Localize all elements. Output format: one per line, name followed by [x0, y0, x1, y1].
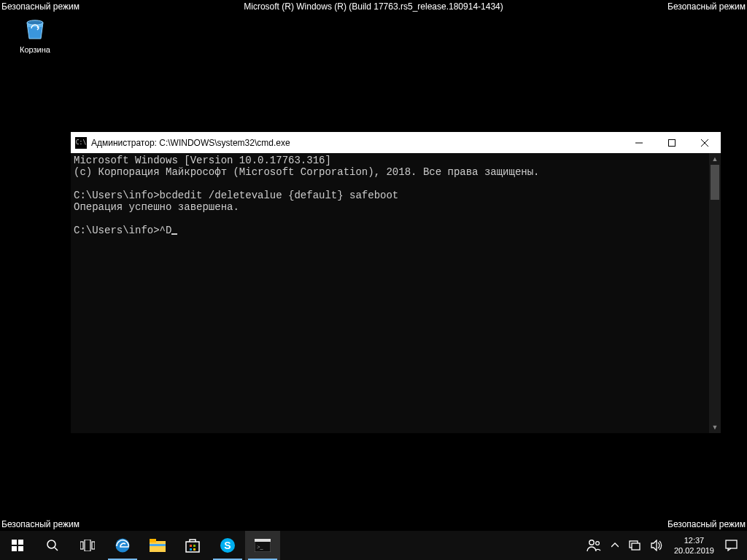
svg-rect-26 — [255, 539, 271, 542]
safemode-label-bottom-left: Безопасный режим — [1, 519, 80, 529]
text-cursor — [171, 233, 177, 235]
svg-rect-32 — [726, 540, 737, 548]
svg-rect-16 — [150, 539, 156, 542]
scrollbar[interactable]: ▲ ▼ — [709, 153, 721, 433]
system-tray: 12:37 20.02.2019 — [581, 531, 747, 560]
svg-rect-20 — [193, 545, 196, 547]
terminal-line: (c) Корпорация Майкрософт (Microsoft Cor… — [74, 166, 540, 178]
people-button[interactable] — [581, 531, 606, 560]
safemode-label-top-right: Безопасный режим — [667, 1, 746, 12]
svg-rect-13 — [92, 542, 95, 549]
clock-time: 12:37 — [684, 535, 705, 545]
store-taskbar-button[interactable] — [175, 531, 210, 560]
search-button[interactable] — [35, 531, 70, 560]
svg-text:S: S — [224, 540, 231, 551]
safemode-label-top-left: Безопасный режим — [1, 1, 80, 12]
cmd-window[interactable]: C:\ Администратор: C:\WINDOWS\system32\c… — [71, 132, 721, 433]
volume-icon[interactable] — [646, 531, 668, 560]
terminal-line: Операция успешно завершена. — [74, 201, 239, 213]
svg-rect-17 — [150, 544, 166, 546]
svg-rect-6 — [18, 540, 23, 545]
clock-date: 20.02.2019 — [674, 545, 714, 556]
svg-rect-5 — [12, 540, 17, 545]
safemode-label-bottom-right: Безопасный режим — [667, 519, 746, 529]
svg-point-9 — [47, 540, 55, 548]
maximize-button[interactable] — [655, 132, 688, 153]
svg-point-29 — [596, 542, 600, 545]
recycle-bin[interactable]: Корзина — [12, 13, 58, 54]
action-center-button[interactable] — [720, 531, 743, 560]
svg-point-0 — [27, 20, 43, 25]
minimize-button[interactable] — [622, 132, 655, 153]
svg-rect-2 — [668, 139, 675, 146]
taskbar-spacer — [280, 531, 581, 560]
scrollbar-thumb[interactable] — [711, 165, 719, 200]
titlebar[interactable]: C:\ Администратор: C:\WINDOWS\system32\c… — [71, 132, 721, 153]
file-explorer-taskbar-button[interactable] — [140, 531, 175, 560]
svg-rect-19 — [190, 545, 192, 547]
svg-line-10 — [55, 548, 58, 551]
cmd-icon: C:\ — [75, 137, 87, 149]
close-button[interactable] — [688, 132, 721, 153]
terminal-line: C:\Users\info>bcdedit /deletevalue {defa… — [74, 190, 398, 201]
svg-rect-8 — [18, 546, 23, 551]
svg-rect-11 — [80, 542, 83, 549]
start-button[interactable] — [0, 531, 35, 560]
scroll-down-arrow[interactable]: ▼ — [709, 421, 721, 433]
svg-rect-12 — [85, 540, 90, 551]
edge-taskbar-button[interactable] — [105, 531, 140, 560]
recycle-bin-icon — [20, 13, 50, 42]
recycle-bin-label: Корзина — [12, 45, 58, 54]
terminal-line: C:\Users\info>^D — [74, 225, 171, 236]
terminal-output[interactable]: Microsoft Windows [Version 10.0.17763.31… — [71, 153, 709, 433]
network-icon[interactable] — [624, 531, 646, 560]
cmd-taskbar-button[interactable]: >_ — [245, 531, 280, 560]
svg-rect-31 — [632, 543, 640, 550]
tray-overflow-button[interactable] — [606, 531, 624, 560]
svg-rect-18 — [186, 542, 199, 552]
skype-taskbar-button[interactable]: S — [210, 531, 245, 560]
svg-text:>_: >_ — [257, 544, 264, 551]
svg-rect-22 — [193, 548, 196, 551]
clock[interactable]: 12:37 20.02.2019 — [668, 535, 720, 556]
scroll-up-arrow[interactable]: ▲ — [709, 153, 721, 165]
task-view-button[interactable] — [70, 531, 105, 560]
svg-rect-15 — [150, 541, 166, 552]
window-title: Администратор: C:\WINDOWS\system32\cmd.e… — [91, 138, 622, 148]
svg-rect-7 — [12, 546, 17, 551]
svg-rect-21 — [190, 548, 192, 551]
terminal-line: Microsoft Windows [Version 10.0.17763.31… — [74, 155, 331, 166]
svg-point-28 — [589, 540, 594, 545]
build-label: Microsoft (R) Windows (R) (Build 17763.r… — [244, 1, 503, 12]
taskbar: S >_ 12:37 20.02.2019 — [0, 531, 747, 560]
